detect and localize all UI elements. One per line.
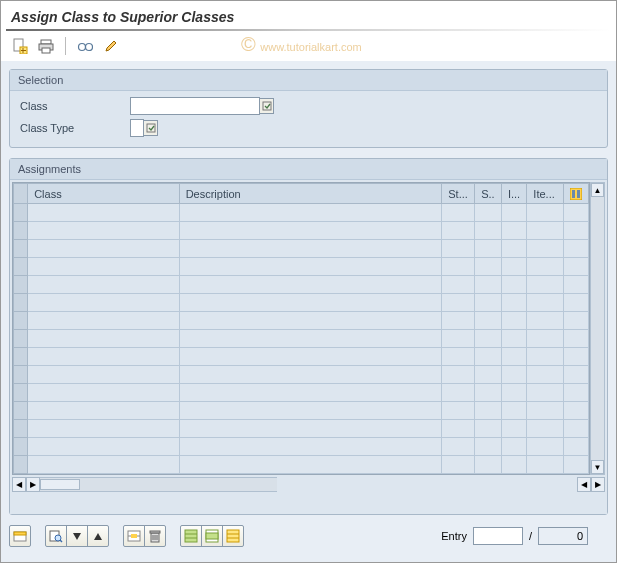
class-type-input[interactable] bbox=[130, 119, 144, 137]
deselect-all-button[interactable] bbox=[222, 525, 244, 547]
cell-class[interactable] bbox=[28, 366, 180, 384]
cell-status[interactable] bbox=[442, 438, 475, 456]
select-all-button[interactable] bbox=[180, 525, 202, 547]
table-row[interactable] bbox=[14, 456, 589, 474]
cell-status[interactable] bbox=[442, 348, 475, 366]
class-input[interactable] bbox=[130, 97, 260, 115]
cell-class[interactable] bbox=[28, 420, 180, 438]
cell-i[interactable] bbox=[501, 330, 526, 348]
cell-description[interactable] bbox=[179, 312, 442, 330]
cell-i[interactable] bbox=[501, 204, 526, 222]
cell-s[interactable] bbox=[475, 438, 502, 456]
cell-item[interactable] bbox=[527, 294, 563, 312]
cell-status[interactable] bbox=[442, 420, 475, 438]
table-row[interactable] bbox=[14, 204, 589, 222]
scroll-up-button[interactable]: ▲ bbox=[591, 183, 604, 197]
sort-ascending-button[interactable] bbox=[87, 525, 109, 547]
table-row[interactable] bbox=[14, 258, 589, 276]
cell-item[interactable] bbox=[527, 402, 563, 420]
cell-i[interactable] bbox=[501, 366, 526, 384]
new-entries-button[interactable] bbox=[9, 525, 31, 547]
entry-current-input[interactable] bbox=[473, 527, 523, 545]
column-header-item[interactable]: Ite... bbox=[527, 184, 563, 204]
cell-status[interactable] bbox=[442, 240, 475, 258]
row-selector[interactable] bbox=[14, 312, 28, 330]
table-row[interactable] bbox=[14, 276, 589, 294]
scroll-left-button[interactable]: ◀ bbox=[12, 477, 26, 492]
cell-i[interactable] bbox=[501, 456, 526, 474]
column-header-status[interactable]: St... bbox=[442, 184, 475, 204]
cell-status[interactable] bbox=[442, 456, 475, 474]
horizontal-scrollbar[interactable]: ◀ ▶ ◀ ▶ bbox=[12, 477, 605, 492]
cell-class[interactable] bbox=[28, 222, 180, 240]
row-selector[interactable] bbox=[14, 402, 28, 420]
cell-s[interactable] bbox=[475, 276, 502, 294]
column-header-s[interactable]: S.. bbox=[475, 184, 502, 204]
cell-s[interactable] bbox=[475, 312, 502, 330]
column-header-description[interactable]: Description bbox=[179, 184, 442, 204]
cell-i[interactable] bbox=[501, 222, 526, 240]
cell-class[interactable] bbox=[28, 204, 180, 222]
cell-i[interactable] bbox=[501, 312, 526, 330]
cell-s[interactable] bbox=[475, 348, 502, 366]
cell-status[interactable] bbox=[442, 258, 475, 276]
cell-s[interactable] bbox=[475, 222, 502, 240]
scroll-left-button-2[interactable]: ◀ bbox=[577, 477, 591, 492]
table-row[interactable] bbox=[14, 330, 589, 348]
hscroll-thumb[interactable] bbox=[40, 479, 80, 490]
cell-item[interactable] bbox=[527, 222, 563, 240]
cell-i[interactable] bbox=[501, 276, 526, 294]
column-header-i[interactable]: I... bbox=[501, 184, 526, 204]
cell-status[interactable] bbox=[442, 222, 475, 240]
cell-i[interactable] bbox=[501, 348, 526, 366]
scroll-right-button-2[interactable]: ▶ bbox=[591, 477, 605, 492]
table-row[interactable] bbox=[14, 366, 589, 384]
row-selector[interactable] bbox=[14, 366, 28, 384]
insert-row-button[interactable] bbox=[123, 525, 145, 547]
table-row[interactable] bbox=[14, 294, 589, 312]
cell-class[interactable] bbox=[28, 330, 180, 348]
cell-class[interactable] bbox=[28, 456, 180, 474]
cell-item[interactable] bbox=[527, 420, 563, 438]
cell-class[interactable] bbox=[28, 348, 180, 366]
cell-i[interactable] bbox=[501, 420, 526, 438]
cell-status[interactable] bbox=[442, 204, 475, 222]
table-row[interactable] bbox=[14, 402, 589, 420]
cell-status[interactable] bbox=[442, 312, 475, 330]
cell-item[interactable] bbox=[527, 366, 563, 384]
row-selector[interactable] bbox=[14, 204, 28, 222]
cell-class[interactable] bbox=[28, 312, 180, 330]
cell-description[interactable] bbox=[179, 330, 442, 348]
cell-description[interactable] bbox=[179, 294, 442, 312]
cell-description[interactable] bbox=[179, 348, 442, 366]
row-selector[interactable] bbox=[14, 384, 28, 402]
cell-i[interactable] bbox=[501, 258, 526, 276]
row-selector[interactable] bbox=[14, 240, 28, 258]
table-config-button[interactable] bbox=[563, 184, 588, 204]
cell-i[interactable] bbox=[501, 402, 526, 420]
cell-s[interactable] bbox=[475, 258, 502, 276]
row-selector[interactable] bbox=[14, 330, 28, 348]
cell-i[interactable] bbox=[501, 294, 526, 312]
cell-description[interactable] bbox=[179, 402, 442, 420]
cell-item[interactable] bbox=[527, 384, 563, 402]
cell-item[interactable] bbox=[527, 276, 563, 294]
cell-status[interactable] bbox=[442, 384, 475, 402]
cell-s[interactable] bbox=[475, 240, 502, 258]
other-class-button[interactable] bbox=[11, 37, 29, 55]
cell-item[interactable] bbox=[527, 330, 563, 348]
cell-status[interactable] bbox=[442, 276, 475, 294]
table-row[interactable] bbox=[14, 348, 589, 366]
cell-class[interactable] bbox=[28, 276, 180, 294]
cell-class[interactable] bbox=[28, 384, 180, 402]
cell-s[interactable] bbox=[475, 420, 502, 438]
cell-item[interactable] bbox=[527, 240, 563, 258]
cell-item[interactable] bbox=[527, 204, 563, 222]
find-button[interactable] bbox=[45, 525, 67, 547]
select-block-button[interactable] bbox=[201, 525, 223, 547]
cell-item[interactable] bbox=[527, 348, 563, 366]
display-change-button[interactable] bbox=[76, 37, 94, 55]
cell-i[interactable] bbox=[501, 240, 526, 258]
edit-button[interactable] bbox=[102, 37, 120, 55]
table-row[interactable] bbox=[14, 384, 589, 402]
